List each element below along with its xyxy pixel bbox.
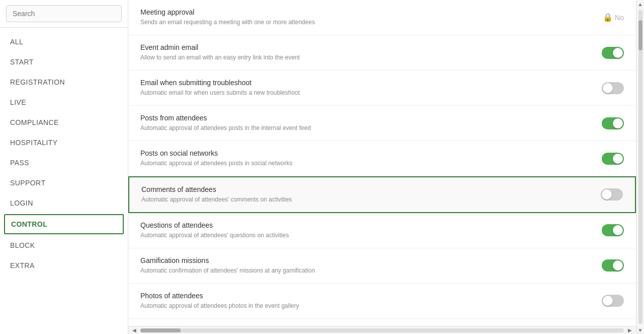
main-content: Meeting approvalSends an email requestin… bbox=[128, 0, 636, 334]
search-input[interactable] bbox=[6, 5, 122, 22]
row-desc-event-admin-email: Allow to send an email with an easy entr… bbox=[140, 53, 594, 62]
settings-row-any-user-upload-photos: Any user can upload photosDefine if any … bbox=[128, 319, 636, 326]
sidebar-item-block[interactable]: BLOCK bbox=[0, 235, 128, 255]
toggle-email-troubleshoot[interactable] bbox=[602, 82, 624, 94]
row-text-email-troubleshoot: Email when submitting troubleshootAutoma… bbox=[140, 79, 602, 97]
toggle-thumb-gamification-missions bbox=[613, 260, 623, 271]
toggle-photos-attendees[interactable] bbox=[602, 295, 624, 307]
row-title-meeting-approval: Meeting approval bbox=[140, 8, 595, 16]
settings-row-meeting-approval: Meeting approvalSends an email requestin… bbox=[128, 0, 636, 35]
settings-row-posts-from-attendees: Posts from attendeesAutomatic approval o… bbox=[128, 106, 636, 141]
sidebar-item-live[interactable]: LIVE bbox=[0, 92, 128, 112]
scroll-track[interactable] bbox=[140, 328, 624, 332]
settings-row-gamification-missions: Gamification missionsAutomatic confirmat… bbox=[128, 248, 636, 284]
row-text-meeting-approval: Meeting approvalSends an email requestin… bbox=[140, 8, 603, 27]
no-label: No bbox=[615, 14, 624, 22]
row-title-gamification-missions: Gamification missions bbox=[140, 256, 594, 264]
settings-content: Meeting approvalSends an email requestin… bbox=[128, 0, 636, 326]
toggle-comments-attendees[interactable] bbox=[601, 188, 623, 201]
row-title-email-troubleshoot: Email when submitting troubleshoot bbox=[140, 79, 594, 87]
search-container bbox=[0, 0, 128, 28]
toggle-event-admin-email[interactable] bbox=[602, 47, 624, 59]
scroll-down-arrow[interactable]: ▼ bbox=[636, 326, 645, 334]
toggle-thumb-event-admin-email bbox=[613, 48, 623, 58]
toggle-thumb-email-troubleshoot bbox=[603, 83, 613, 93]
toggle-thumb-photos-attendees bbox=[603, 296, 613, 306]
vertical-scrollbar[interactable]: ▲ ▼ bbox=[636, 0, 644, 334]
sidebar-item-support[interactable]: SUPPORT bbox=[0, 173, 128, 193]
scroll-right-arrow[interactable]: ▶ bbox=[626, 326, 634, 335]
lock-no-meeting-approval: 🔒No bbox=[603, 13, 624, 22]
toggle-posts-from-attendees[interactable] bbox=[602, 117, 624, 129]
row-text-gamification-missions: Gamification missionsAutomatic confirmat… bbox=[140, 256, 602, 275]
row-desc-questions-attendees: Automatic approval of attendees' questio… bbox=[140, 231, 594, 240]
toggle-thumb-posts-social-networks bbox=[613, 154, 623, 164]
row-text-posts-from-attendees: Posts from attendeesAutomatic approval o… bbox=[140, 114, 602, 132]
row-title-questions-attendees: Questions of attendees bbox=[140, 221, 594, 229]
settings-row-comments-attendees: Comments of attendeesAutomatic approval … bbox=[128, 176, 636, 213]
row-title-photos-attendees: Photos of attendees bbox=[140, 292, 594, 300]
horizontal-scrollbar[interactable]: ◀ ▶ bbox=[128, 326, 636, 334]
settings-row-photos-attendees: Photos of attendeesAutomatic approval of… bbox=[128, 284, 636, 319]
sidebar-item-start[interactable]: START bbox=[0, 52, 128, 72]
row-desc-posts-from-attendees: Automatic approval of attendees posts in… bbox=[140, 124, 594, 132]
toggle-thumb-posts-from-attendees bbox=[613, 118, 623, 128]
toggle-thumb-comments-attendees bbox=[602, 189, 612, 199]
row-desc-gamification-missions: Automatic confirmation of attendees' mis… bbox=[140, 266, 594, 275]
settings-row-questions-attendees: Questions of attendeesAutomatic approval… bbox=[128, 213, 636, 248]
settings-row-email-troubleshoot: Email when submitting troubleshootAutoma… bbox=[128, 71, 636, 106]
sidebar: ALLSTARTREGISTRATIONLIVECOMPLIANCEHOSPIT… bbox=[0, 0, 128, 334]
row-text-posts-social-networks: Posts on social networksAutomatic approv… bbox=[140, 149, 602, 168]
sidebar-item-login[interactable]: LOGIN bbox=[0, 193, 128, 213]
settings-row-posts-social-networks: Posts on social networksAutomatic approv… bbox=[128, 141, 636, 176]
settings-row-event-admin-email: Event admin emailAllow to send an email … bbox=[128, 35, 636, 71]
v-scroll-track[interactable] bbox=[638, 10, 642, 324]
row-text-event-admin-email: Event admin emailAllow to send an email … bbox=[140, 43, 602, 62]
row-title-posts-social-networks: Posts on social networks bbox=[140, 149, 594, 157]
nav-list: ALLSTARTREGISTRATIONLIVECOMPLIANCEHOSPIT… bbox=[0, 28, 128, 334]
sidebar-item-compliance[interactable]: COMPLIANCE bbox=[0, 112, 128, 132]
toggle-posts-social-networks[interactable] bbox=[602, 153, 624, 165]
row-title-posts-from-attendees: Posts from attendees bbox=[140, 114, 594, 122]
scroll-left-arrow[interactable]: ◀ bbox=[130, 326, 138, 335]
row-desc-photos-attendees: Automatic approval of attendees photos i… bbox=[140, 302, 594, 310]
row-desc-posts-social-networks: Automatic approval of attendees posts in… bbox=[140, 159, 594, 168]
sidebar-item-extra[interactable]: EXTRA bbox=[0, 255, 128, 276]
row-desc-meeting-approval: Sends an email requesting a meeting with… bbox=[140, 18, 595, 27]
sidebar-item-control[interactable]: CONTROL bbox=[4, 214, 124, 234]
row-title-comments-attendees: Comments of attendees bbox=[141, 185, 593, 193]
toggle-thumb-questions-attendees bbox=[613, 225, 623, 235]
sidebar-item-pass[interactable]: PASS bbox=[0, 153, 128, 173]
row-text-photos-attendees: Photos of attendeesAutomatic approval of… bbox=[140, 292, 602, 310]
sidebar-item-hospitality[interactable]: HOSPITALITY bbox=[0, 132, 128, 153]
row-text-questions-attendees: Questions of attendeesAutomatic approval… bbox=[140, 221, 602, 240]
scroll-thumb bbox=[140, 328, 181, 332]
row-text-comments-attendees: Comments of attendeesAutomatic approval … bbox=[141, 185, 601, 204]
row-desc-email-troubleshoot: Automatic email for when users submits a… bbox=[140, 89, 594, 97]
toggle-gamification-missions[interactable] bbox=[602, 259, 624, 272]
v-scroll-thumb bbox=[638, 20, 642, 50]
sidebar-item-registration[interactable]: REGISTRATION bbox=[0, 72, 128, 92]
lock-icon: 🔒 bbox=[603, 13, 613, 22]
sidebar-item-all[interactable]: ALL bbox=[0, 32, 128, 52]
scroll-up-arrow[interactable]: ▲ bbox=[636, 0, 645, 8]
toggle-questions-attendees[interactable] bbox=[602, 224, 624, 236]
row-desc-comments-attendees: Automatic approval of attendees' comment… bbox=[141, 195, 593, 204]
row-title-event-admin-email: Event admin email bbox=[140, 43, 594, 51]
